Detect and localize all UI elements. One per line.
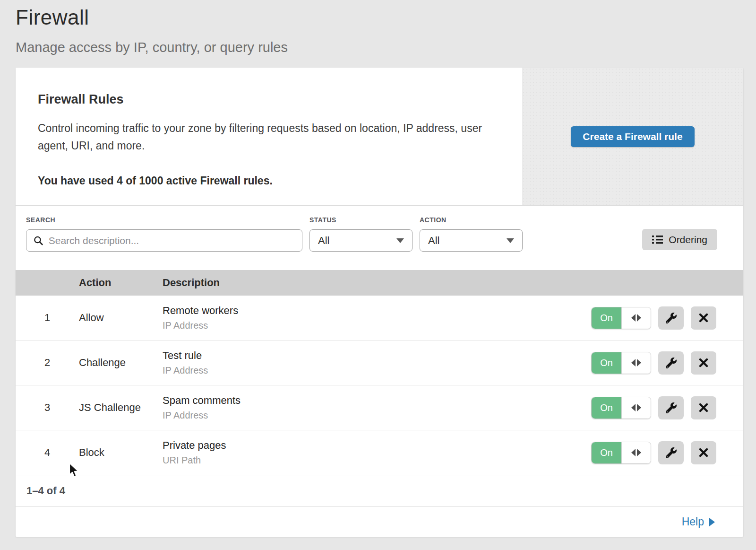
table-row: 1 Allow Remote workers IP Address On [16,296,743,340]
arrow-right-icon [637,359,641,367]
rule-priority: 1 [16,312,79,324]
create-firewall-rule-button[interactable]: Create a Firewall rule [571,126,694,147]
rule-controls: On [591,351,743,375]
search-icon [34,236,43,246]
card-footer: Help [16,506,743,537]
rule-controls: On [591,441,743,464]
rule-description: Test rule [163,349,591,362]
wrench-icon [666,313,677,323]
filter-bar: SEARCH STATUS All ACTION All [16,206,743,270]
table-row: 3 JS Challenge Spam comments IP Address … [16,385,743,430]
rule-enabled-toggle[interactable]: On [591,352,651,374]
delete-rule-button[interactable] [691,351,716,375]
rule-description-cell: Remote workers IP Address [163,305,591,331]
arrow-left-icon [631,404,636,411]
wrench-icon [666,447,677,458]
chevron-down-icon [396,238,404,243]
rule-match-type: IP Address [163,410,591,421]
rule-description-cell: Spam comments IP Address [163,394,591,421]
rule-enabled-toggle[interactable]: On [591,442,651,464]
ordering-button-label: Ordering [669,234,707,245]
action-selected-value: All [428,235,439,247]
pagination-range: 1–4 of 4 [26,485,65,497]
card-description: Control incoming traffic to your zone by… [38,120,494,155]
toggle-handle[interactable] [621,307,651,329]
search-input[interactable] [49,235,295,246]
rule-priority: 4 [16,446,79,459]
rule-description: Spam comments [163,394,591,407]
rule-controls: On [591,306,743,330]
pagination: 1–4 of 4 [16,475,743,506]
rule-action: JS Challenge [79,402,163,414]
toggle-on-label: On [592,442,621,463]
rule-priority: 2 [16,357,79,369]
rules-usage-count: You have used 4 of 1000 active Firewall … [38,175,503,187]
arrow-right-icon [637,449,641,456]
close-icon [699,403,708,412]
rule-description: Remote workers [163,305,591,317]
action-select[interactable]: All [420,229,523,252]
arrow-right-icon [637,404,641,411]
rule-action: Block [79,446,163,459]
rules-table-body: 1 Allow Remote workers IP Address On [16,296,743,475]
toggle-handle[interactable] [621,442,651,463]
delete-rule-button[interactable] [691,441,716,464]
rule-match-type: URI Path [163,455,591,466]
arrow-right-icon [637,314,641,322]
rule-match-type: IP Address [163,365,591,376]
action-label: ACTION [420,216,523,224]
toggle-on-label: On [592,352,621,374]
delete-rule-button[interactable] [691,306,716,330]
status-label: STATUS [309,216,412,224]
action-column-header: Action [79,277,163,289]
rule-description: Private pages [163,439,591,452]
edit-rule-button[interactable] [658,351,684,375]
close-icon [699,448,708,457]
edit-rule-button[interactable] [658,396,684,419]
rule-description-cell: Test rule IP Address [163,349,591,376]
card-header-text: Firewall Rules Control incoming traffic … [16,68,522,205]
help-link-label: Help [682,515,704,528]
rule-priority: 3 [16,402,79,414]
description-column-header: Description [163,277,743,289]
search-label: SEARCH [26,216,302,224]
chevron-down-icon [507,238,514,243]
search-box[interactable] [26,229,302,252]
arrow-right-icon [709,518,715,526]
card-header: Firewall Rules Control incoming traffic … [16,68,743,206]
page-subtitle: Manage access by IP, country, or query r… [16,40,756,55]
ordered-list-icon [652,235,663,244]
delete-rule-button[interactable] [691,396,716,419]
rule-enabled-toggle[interactable]: On [591,397,651,419]
wrench-icon [666,402,677,413]
table-header: Action Description [16,270,743,296]
close-icon [699,358,708,367]
toggle-on-label: On [592,307,621,329]
rule-controls: On [591,396,743,419]
table-row: 4 Block Private pages URI Path On [16,430,743,475]
edit-rule-button[interactable] [658,441,684,464]
wrench-icon [666,358,677,368]
edit-rule-button[interactable] [658,306,684,330]
status-select[interactable]: All [309,229,412,252]
toggle-on-label: On [592,397,621,419]
arrow-left-icon [631,314,636,322]
rule-match-type: IP Address [163,320,591,331]
arrow-left-icon [631,359,636,367]
firewall-rules-card: Firewall Rules Control incoming traffic … [16,68,743,537]
toggle-handle[interactable] [621,397,651,419]
page-title: Firewall [16,6,756,29]
card-heading: Firewall Rules [38,92,503,107]
ordering-button[interactable]: Ordering [642,229,717,250]
help-link[interactable]: Help [682,515,715,528]
toggle-handle[interactable] [621,352,651,374]
rule-action: Challenge [79,357,163,369]
rule-enabled-toggle[interactable]: On [591,307,651,329]
table-row: 2 Challenge Test rule IP Address On [16,340,743,385]
page-header: Firewall Manage access by IP, country, o… [0,0,756,55]
status-selected-value: All [318,235,329,247]
rule-action: Allow [79,312,163,324]
arrow-left-icon [631,449,636,456]
close-icon [699,313,708,323]
card-header-action-panel: Create a Firewall rule [522,68,743,205]
